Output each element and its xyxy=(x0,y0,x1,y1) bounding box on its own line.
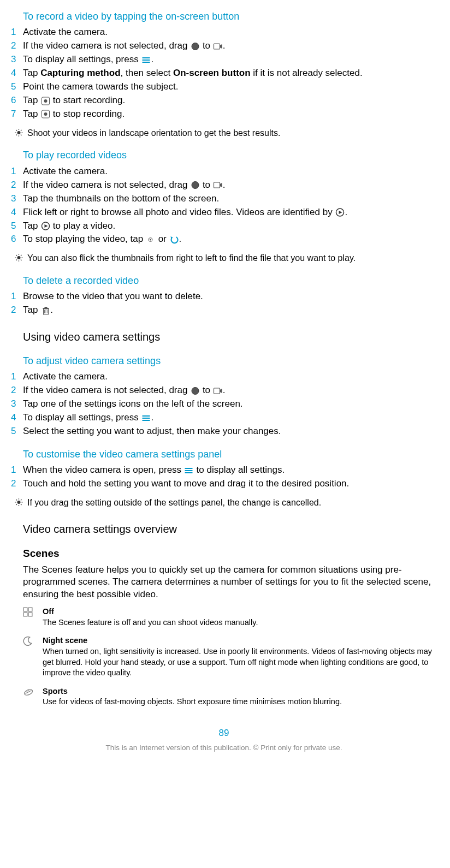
grid-icon xyxy=(23,607,43,617)
scene-title: Off xyxy=(43,607,438,617)
section-heading: To delete a recorded video xyxy=(23,274,438,287)
menu-icon xyxy=(184,466,194,475)
step-text: When the video camera is open, press to … xyxy=(23,464,438,477)
bulb-icon xyxy=(10,127,27,137)
step-text: Tap to stop recording. xyxy=(23,108,438,121)
scenes-title: Scenes xyxy=(23,546,438,561)
page-number: 89 xyxy=(10,727,438,740)
step-item: 2Tap . xyxy=(10,304,438,317)
step-number: 2 xyxy=(10,40,23,52)
step-item: 1Activate the camera. xyxy=(10,371,438,383)
section-heading: To record a video by tapping the on-scre… xyxy=(23,10,438,23)
videocam-icon xyxy=(213,181,223,189)
tip-row: If you drag the setting outside of the s… xyxy=(10,497,438,509)
play-box-icon xyxy=(335,208,345,217)
step-text: To display all settings, press . xyxy=(23,412,438,424)
step-number: 4 xyxy=(10,412,23,424)
step-item: 1Browse to the video that you want to de… xyxy=(10,290,438,303)
step-item: 3Tap the thumbnails on the bottom of the… xyxy=(10,193,438,205)
step-number: 1 xyxy=(10,464,23,477)
back-arrow-icon xyxy=(169,235,179,244)
circle-icon xyxy=(190,387,200,395)
step-number: 3 xyxy=(10,53,23,66)
step-number: 6 xyxy=(10,233,23,246)
step-number: 4 xyxy=(10,206,23,219)
steps-list: 1Activate the camera.2If the video camer… xyxy=(10,165,438,246)
step-text: Activate the camera. xyxy=(23,165,438,178)
step-text: Tap one of the settings icons on the lef… xyxy=(23,398,438,411)
step-text: Activate the camera. xyxy=(23,26,438,39)
step-text: Select the setting you want to adjust, t… xyxy=(23,425,438,438)
step-number: 2 xyxy=(10,179,23,192)
menu-icon xyxy=(141,56,151,64)
step-text: Tap to play a video. xyxy=(23,220,438,233)
videocam-icon xyxy=(213,387,223,395)
step-item: 6Tap to start recording. xyxy=(10,94,438,107)
bulb-icon xyxy=(10,252,27,262)
sports-icon xyxy=(23,686,43,697)
step-item: 1Activate the camera. xyxy=(10,26,438,39)
step-number: 1 xyxy=(10,165,23,178)
step-text: Point the camera towards the subject. xyxy=(23,81,438,93)
step-item: 3To display all settings, press . xyxy=(10,53,438,66)
steps-list: 1When the video camera is open, press to… xyxy=(10,464,438,490)
step-item: 4To display all settings, press . xyxy=(10,412,438,424)
step-text: If the video camera is not selected, dra… xyxy=(23,384,438,397)
scene-item: OffThe Scenes feature is off and you can… xyxy=(23,607,438,628)
step-item: 2Touch and hold the setting you want to … xyxy=(10,478,438,490)
scene-item: Night sceneWhen turned on, light sensiti… xyxy=(23,635,438,678)
step-text: Flick left or right to browse all photo … xyxy=(23,206,438,219)
step-number: 1 xyxy=(10,26,23,39)
scene-title: Night scene xyxy=(43,635,438,646)
heading-overview: Video camera settings overview xyxy=(23,522,438,537)
tip-text: You can also flick the thumbnails from r… xyxy=(27,252,438,264)
videocam-icon xyxy=(213,42,223,51)
heading-using-settings: Using video camera settings xyxy=(23,330,438,344)
step-number: 2 xyxy=(10,384,23,397)
step-number: 6 xyxy=(10,94,23,107)
step-item: 1Activate the camera. xyxy=(10,165,438,178)
steps-list: 1Browse to the video that you want to de… xyxy=(10,290,438,317)
record-icon xyxy=(40,97,50,105)
circle-icon xyxy=(190,181,200,189)
step-item: 3Tap one of the settings icons on the le… xyxy=(10,398,438,411)
step-item: 5Select the setting you want to adjust, … xyxy=(10,425,438,438)
step-number: 5 xyxy=(10,425,23,438)
step-item: 2If the video camera is not selected, dr… xyxy=(10,40,438,52)
scene-desc: The Scenes feature is off and you can sh… xyxy=(43,617,438,628)
step-text: Tap the thumbnails on the bottom of the … xyxy=(23,193,438,205)
step-text: Browse to the video that you want to del… xyxy=(23,290,438,303)
steps-list: 1Activate the camera.2If the video camer… xyxy=(10,371,438,438)
step-number: 3 xyxy=(10,193,23,205)
document-page: To record a video by tapping the on-scre… xyxy=(0,0,450,769)
step-text: To stop playing the video, tap or . xyxy=(23,233,438,246)
step-text: To display all settings, press . xyxy=(23,53,438,66)
step-item: 5Point the camera towards the subject. xyxy=(10,81,438,93)
scene-title: Sports xyxy=(43,686,438,697)
tip-text: If you drag the setting outside of the s… xyxy=(27,497,438,509)
step-number: 1 xyxy=(10,371,23,383)
step-text: Activate the camera. xyxy=(23,371,438,383)
scene-desc: Use for videos of fast-moving objects. S… xyxy=(43,697,438,708)
step-text: Tap . xyxy=(23,304,438,317)
step-text: If the video camera is not selected, dra… xyxy=(23,40,438,52)
step-number: 7 xyxy=(10,108,23,121)
circle-icon xyxy=(190,42,200,51)
steps-list: 1Activate the camera.2If the video camer… xyxy=(10,26,438,121)
step-item: 6To stop playing the video, tap or . xyxy=(10,233,438,246)
tip-row: Shoot your videos in landscape orientati… xyxy=(10,127,438,139)
step-number: 2 xyxy=(10,304,23,317)
dot-icon xyxy=(146,235,156,244)
scene-desc: When turned on, light sensitivity is inc… xyxy=(43,646,438,679)
step-item: 4Flick left or right to browse all photo… xyxy=(10,206,438,219)
scenes-para: The Scenes feature helps you to quickly … xyxy=(23,564,438,602)
tip-text: Shoot your videos in landscape orientati… xyxy=(27,127,438,139)
step-number: 2 xyxy=(10,478,23,490)
footer-text: This is an Internet version of this publ… xyxy=(10,743,438,759)
step-text: Tap to start recording. xyxy=(23,94,438,107)
step-item: 7Tap to stop recording. xyxy=(10,108,438,121)
play-box-icon xyxy=(40,222,50,230)
section-heading: To play recorded videos xyxy=(23,148,438,162)
step-number: 3 xyxy=(10,398,23,411)
moon-icon xyxy=(23,635,43,646)
